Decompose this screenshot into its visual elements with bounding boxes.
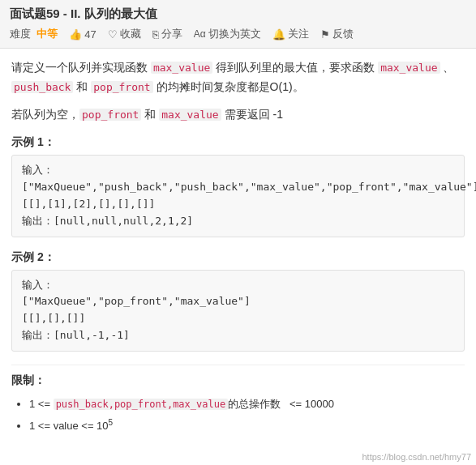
- example-2-output: 输出：[null,-1,-1]: [22, 327, 454, 344]
- collect-button[interactable]: ♡ 收藏: [108, 27, 141, 41]
- example-2-output-value: [null,-1,-1]: [54, 329, 130, 341]
- bell-icon: 🔔: [272, 28, 285, 41]
- follow-label: 关注: [288, 27, 309, 41]
- collect-label: 收藏: [120, 27, 141, 41]
- code-pop-front-note: pop_front: [79, 109, 141, 121]
- example-1: 示例 1： 输入： ["MaxQueue","push_back","push_…: [11, 135, 465, 237]
- limit-code-ops: push_back,pop_front,max_value: [54, 399, 229, 410]
- meta-row: 难度 中等 👍 47 ♡ 收藏 ⎘ 分享 Aα 切换为英文 🔔 关注 ⚑ 反馈: [10, 27, 466, 41]
- example-2: 示例 2： 输入： ["MaxQueue","pop_front","max_v…: [11, 250, 465, 352]
- example-1-title: 示例 1：: [11, 135, 465, 150]
- code-max-value-2: max_value: [378, 62, 440, 74]
- main-content: 请定义一个队列并实现函数 max_value 得到队列里的最大值，要求函数 ma…: [0, 49, 476, 446]
- example-2-input-line2: [[],[],[]]: [22, 310, 454, 327]
- like-button[interactable]: 👍 47: [69, 28, 96, 41]
- divider: [11, 365, 465, 365]
- code-push-back: push_back: [11, 81, 73, 93]
- code-pop-front: pop_front: [91, 81, 152, 93]
- empty-queue-note: 若队列为空，pop_front 和 max_value 需要返回 -1: [11, 105, 465, 125]
- difficulty-value: 中等: [36, 28, 58, 40]
- feedback-icon: ⚑: [320, 28, 330, 41]
- example-2-input-label: 输入：: [22, 277, 454, 294]
- translate-icon: Aα: [194, 28, 206, 40]
- limits-list: 1 <= push_back,pop_front,max_value的总操作数 …: [11, 395, 465, 437]
- example-1-input-line1: ["MaxQueue","push_back","push_back","max…: [22, 179, 454, 196]
- example-1-input-line2: [[],[1],[2],[],[],[]]: [22, 196, 454, 213]
- follow-button[interactable]: 🔔 关注: [272, 27, 309, 41]
- feedback-label: 反馈: [332, 27, 354, 41]
- share-icon: ⎘: [152, 28, 159, 41]
- code-max-value-note: max_value: [159, 109, 221, 121]
- collect-icon: ♡: [108, 28, 118, 41]
- example-1-output-value: [null,null,null,2,1,2]: [54, 215, 193, 227]
- code-max-value-1: max_value: [151, 62, 212, 74]
- limit-item-2: 1 <= value <= 105: [29, 414, 465, 436]
- header-bar: 面试题59 - II. 队列的最大值 难度 中等 👍 47 ♡ 收藏 ⎘ 分享 …: [0, 0, 476, 49]
- share-button[interactable]: ⎘ 分享: [152, 27, 182, 41]
- example-1-output: 输出：[null,null,null,2,1,2]: [22, 213, 454, 230]
- limit-item-1: 1 <= push_back,pop_front,max_value的总操作数 …: [29, 395, 465, 415]
- example-1-input-label: 输入：: [22, 162, 454, 179]
- problem-description: 请定义一个队列并实现函数 max_value 得到队列里的最大值，要求函数 ma…: [11, 58, 465, 97]
- example-2-code-box: 输入： ["MaxQueue","pop_front","max_value"]…: [11, 270, 465, 352]
- example-2-title: 示例 2：: [11, 250, 465, 265]
- translate-label: 切换为英文: [208, 27, 261, 41]
- like-count: 47: [84, 28, 96, 41]
- page-title: 面试题59 - II. 队列的最大值: [10, 6, 157, 22]
- footer-url: https://blog.csdn.net/hmy77: [362, 452, 471, 462]
- feedback-button[interactable]: ⚑ 反馈: [320, 27, 354, 41]
- difficulty-label: 难度 中等: [10, 27, 58, 41]
- limits-section: 限制： 1 <= push_back,pop_front,max_value的总…: [11, 373, 465, 437]
- example-2-input-line1: ["MaxQueue","pop_front","max_value"]: [22, 293, 454, 310]
- share-label: 分享: [161, 27, 182, 41]
- translate-button[interactable]: Aα 切换为英文: [194, 27, 261, 41]
- title-row: 面试题59 - II. 队列的最大值: [10, 6, 466, 22]
- limits-title: 限制：: [11, 373, 465, 388]
- like-icon: 👍: [69, 28, 82, 41]
- example-1-code-box: 输入： ["MaxQueue","push_back","push_back",…: [11, 155, 465, 237]
